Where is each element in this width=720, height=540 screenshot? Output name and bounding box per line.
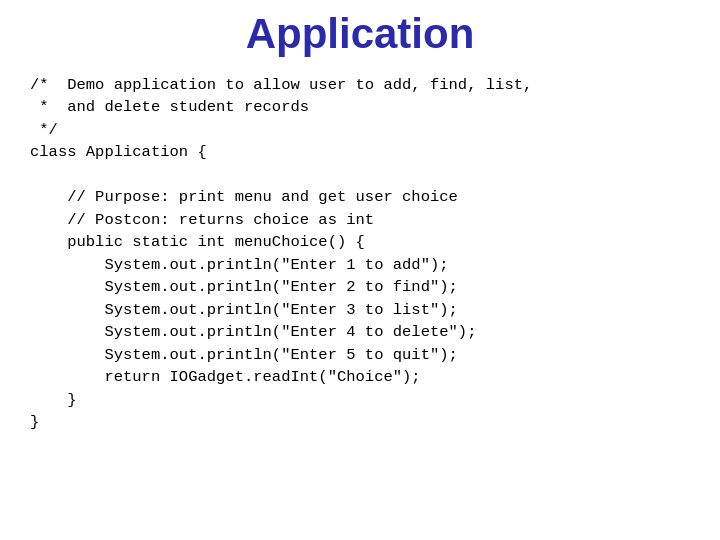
page-container: Application /* Demo application to allow… [0,0,720,540]
page-title: Application [20,10,700,58]
code-block: /* Demo application to allow user to add… [20,74,700,434]
